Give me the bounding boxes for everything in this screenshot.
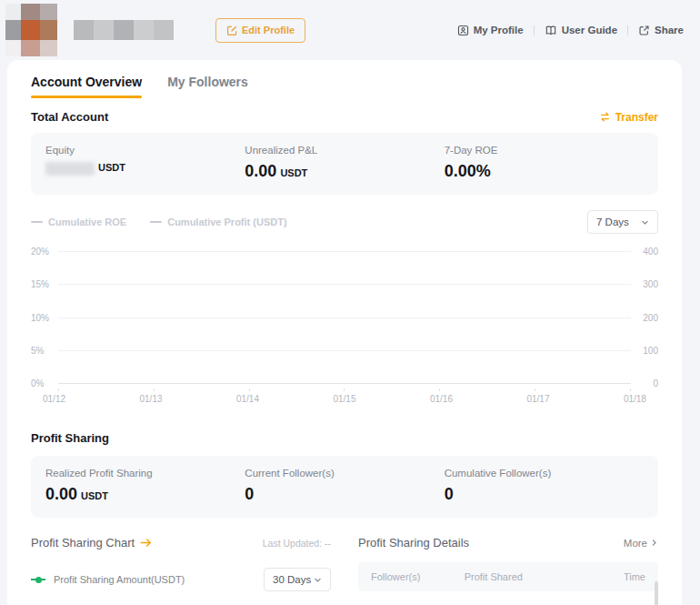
equity-label: Equity <box>45 145 245 156</box>
cumulative-followers-label: Cumulative Follower(s) <box>445 468 644 479</box>
my-profile-link[interactable]: My Profile <box>457 25 524 36</box>
column-profit-shared: Profit Shared <box>465 571 624 582</box>
legend-cumulative-roe[interactable]: Cumulative ROE <box>31 217 126 227</box>
x-axis-tick: 01/17 <box>526 394 549 404</box>
y-axis-right-tick: 100 <box>631 346 658 356</box>
tab-bar: Account Overview My Followers <box>31 75 658 98</box>
transfer-label: Transfer <box>615 111 658 124</box>
legend-line-icon <box>150 221 162 223</box>
chevron-down-icon <box>314 576 322 584</box>
edit-profile-label: Edit Profile <box>242 25 295 35</box>
x-axis-line <box>58 383 631 384</box>
x-axis-ticks <box>58 388 631 391</box>
header-links: My Profile User Guide Share <box>457 25 684 36</box>
profile-card-icon <box>457 25 469 36</box>
x-axis-tick: 01/18 <box>624 394 646 404</box>
realized-profit-label: Realized Profit Sharing <box>45 468 245 479</box>
total-account-stats: Equity USDT Unrealized P&L 0.00 USDT 7-D… <box>31 133 658 195</box>
transfer-icon <box>599 111 611 123</box>
x-axis-tick: 01/14 <box>236 394 259 404</box>
unrealized-pnl-label: Unrealized P&L <box>245 145 444 156</box>
y-axis-right-tick: 300 <box>631 279 658 289</box>
tab-account-overview-label: Account Overview <box>31 75 142 89</box>
gridline <box>58 318 631 318</box>
y-axis-left-tick: 20% <box>31 247 58 257</box>
realized-profit-suffix: USDT <box>81 490 108 501</box>
share-label: Share <box>655 25 684 35</box>
legend-profit-sharing-amount[interactable]: Profit Sharing Amount(USDT) <box>31 574 185 585</box>
roe-range-value: 7 Days <box>596 217 629 227</box>
details-title: Profit Sharing Details <box>358 536 469 550</box>
user-guide-label: User Guide <box>562 25 617 35</box>
roe-chart: 20% 400 15% 300 10% 200 5% 100 0% <box>31 247 658 404</box>
unrealized-pnl-value: 0.00 <box>245 162 276 181</box>
username-redacted <box>74 20 174 40</box>
my-profile-label: My Profile <box>474 25 524 35</box>
seven-day-roe-label: 7-Day ROE <box>445 145 644 156</box>
x-axis-labels: 01/12 01/13 01/14 01/15 01/16 01/17 01/1… <box>43 394 646 404</box>
edit-icon <box>226 25 238 36</box>
profit-chart-legend-label: Profit Sharing Amount(USDT) <box>54 574 185 585</box>
column-followers: Follower(s) <box>371 571 465 582</box>
cumulative-followers-value: 0 <box>445 485 454 504</box>
profit-sharing-details-section: Profit Sharing Details More Follower(s) … <box>358 536 658 591</box>
profit-range-dropdown[interactable]: 30 Days <box>264 568 331 591</box>
user-guide-link[interactable]: User Guide <box>545 25 617 36</box>
y-axis-left-tick: 15% <box>31 279 58 289</box>
current-followers-value: 0 <box>245 485 254 504</box>
more-button[interactable]: More <box>624 538 658 549</box>
realized-profit-stat: Realized Profit Sharing 0.00 USDT <box>45 468 245 504</box>
chevron-right-icon <box>650 539 658 547</box>
gridline <box>58 284 631 285</box>
equity-suffix: USDT <box>98 162 125 173</box>
seven-day-roe-value: 0.00% <box>445 162 491 181</box>
y-axis-right-tick: 400 <box>631 247 658 257</box>
y-axis-left-tick: 0% <box>31 378 58 388</box>
legend-line-icon <box>31 221 43 223</box>
y-axis-right-tick: 200 <box>631 313 658 323</box>
divider <box>627 25 628 35</box>
profit-sharing-stats: Realized Profit Sharing 0.00 USDT Curren… <box>31 456 658 518</box>
share-icon <box>638 25 650 36</box>
y-axis-left-tick: 5% <box>31 346 58 356</box>
arrow-right-icon[interactable] <box>140 538 152 548</box>
gridline <box>58 251 631 252</box>
y-axis-right-tick: 0 <box>631 378 658 388</box>
profit-sharing-title: Profit Sharing <box>31 431 658 445</box>
profit-range-value: 30 Days <box>273 574 311 585</box>
column-time: Time <box>624 571 645 582</box>
profit-sharing-chart-section: Profit Sharing Chart Last Updated: -- Pr… <box>31 536 331 591</box>
realized-profit-value: 0.00 <box>45 485 77 504</box>
more-label: More <box>624 538 647 549</box>
legend-cumulative-profit[interactable]: Cumulative Profit (USDT) <box>150 217 286 227</box>
seven-day-roe-stat: 7-Day ROE 0.00% <box>445 145 644 181</box>
roe-range-dropdown[interactable]: 7 Days <box>587 210 658 234</box>
tab-account-overview[interactable]: Account Overview <box>31 75 142 98</box>
tab-my-followers[interactable]: My Followers <box>167 75 248 98</box>
current-followers-label: Current Follower(s) <box>245 468 444 479</box>
table-scrollbar[interactable] <box>655 581 658 605</box>
legend-cumulative-roe-label: Cumulative ROE <box>48 217 126 227</box>
legend-line-dot-icon <box>31 579 45 580</box>
active-tab-underline <box>31 96 142 98</box>
share-link[interactable]: Share <box>638 25 684 36</box>
cumulative-followers-stat: Cumulative Follower(s) 0 <box>445 468 644 504</box>
x-axis-tick: 01/16 <box>430 394 453 404</box>
gridline <box>58 350 631 351</box>
x-axis-tick: 01/12 <box>43 394 65 404</box>
edit-profile-button[interactable]: Edit Profile <box>215 18 305 43</box>
equity-value-redacted <box>45 162 95 176</box>
total-account-title: Total Account <box>31 110 108 124</box>
book-icon <box>545 25 557 36</box>
y-axis-left-tick: 10% <box>31 313 58 323</box>
equity-stat: Equity USDT <box>45 145 245 181</box>
transfer-button[interactable]: Transfer <box>599 111 658 124</box>
divider <box>534 25 535 35</box>
chevron-down-icon <box>641 218 649 227</box>
unrealized-pnl-suffix: USDT <box>280 167 307 178</box>
legend-cumulative-profit-label: Cumulative Profit (USDT) <box>167 217 286 227</box>
page-header: Edit Profile My Profile User Guide <box>0 0 700 60</box>
avatar <box>5 4 57 56</box>
unrealized-pnl-stat: Unrealized P&L 0.00 USDT <box>245 145 444 181</box>
last-updated-text: Last Updated: -- <box>263 538 331 549</box>
